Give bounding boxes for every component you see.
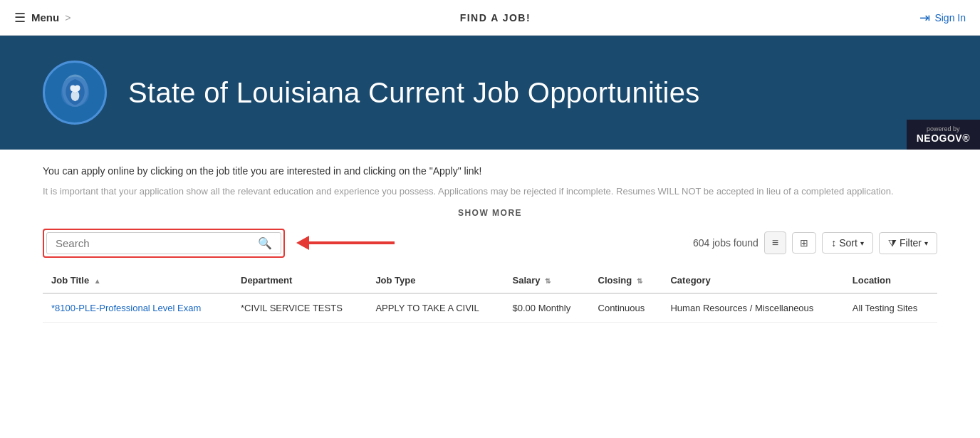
hero-title: State of Louisiana Current Job Opportuni… <box>128 77 700 109</box>
hero-banner: State of Louisiana Current Job Opportuni… <box>0 36 980 150</box>
salary-cell: $0.00 Monthly <box>504 293 590 323</box>
col-salary-label: Salary <box>513 275 541 286</box>
search-input[interactable] <box>56 237 258 249</box>
view-list-button[interactable]: ≡ <box>764 231 786 254</box>
col-salary: Salary ⇅ <box>504 268 590 293</box>
table-header-row: Job Title ▲ Department Job Type Salary ⇅… <box>43 268 937 293</box>
jobs-count: 604 jobs found <box>693 237 759 249</box>
sort-asc-icon: ▲ <box>94 277 101 285</box>
col-closing: Closing ⇅ <box>590 268 662 293</box>
menu-label: Menu <box>31 11 59 24</box>
search-submit-button[interactable]: 🔍 <box>258 236 272 250</box>
salary-sort-icon: ⇅ <box>545 277 551 285</box>
filter-label: Filter <box>900 237 922 249</box>
sort-button[interactable]: ↕ Sort ▾ <box>822 232 873 254</box>
table-row: *8100-PLE-Professional Level Exam *CIVIL… <box>43 293 937 323</box>
intro-primary: You can apply online by clicking on the … <box>43 164 937 179</box>
col-job-title: Job Title ▲ <box>43 268 232 293</box>
job-title-link[interactable]: *8100-PLE-Professional Level Exam <box>51 303 201 313</box>
list-view-icon: ≡ <box>772 236 778 249</box>
col-job-type: Job Type <box>367 268 504 293</box>
menu-button[interactable]: ☰ Menu > <box>14 10 71 26</box>
col-department: Department <box>232 268 367 293</box>
closing-sort-icon: ⇅ <box>637 277 642 285</box>
intro-secondary: It is important that your application sh… <box>43 184 937 199</box>
signin-icon: ⇥ <box>919 10 930 26</box>
col-job-title-label: Job Title <box>51 275 89 286</box>
signin-label: Sign In <box>934 12 966 24</box>
sort-label: Sort <box>839 237 858 249</box>
arrow-head-icon <box>296 236 309 250</box>
filter-icon: ⧩ <box>888 237 897 249</box>
filter-button[interactable]: ⧩ Filter ▾ <box>879 232 937 254</box>
search-icon: 🔍 <box>258 237 272 249</box>
job-type-cell: APPLY TO TAKE A CIVIL <box>367 293 504 323</box>
jobs-meta: 604 jobs found ≡ ⊞ ↕ Sort ▾ ⧩ Filter ▾ <box>693 231 937 254</box>
arrow-line <box>309 241 395 244</box>
signin-button[interactable]: ⇥ Sign In <box>919 10 966 26</box>
category-cell: Human Resources / Miscellaneous <box>662 293 843 323</box>
content-area: You can apply online by clicking on the … <box>0 150 980 330</box>
hero-logo <box>43 61 107 125</box>
neogov-brand: NEOGOV® <box>917 132 970 144</box>
grid-view-icon: ⊞ <box>800 237 808 249</box>
left-arrow <box>296 236 395 250</box>
breadcrumb-separator: > <box>65 12 71 24</box>
col-closing-label: Closing <box>598 275 632 286</box>
powered-by-label: powered by <box>917 125 970 132</box>
closing-cell: Continuous <box>590 293 662 323</box>
col-job-type-label: Job Type <box>375 275 415 286</box>
show-more-container: SHOW MORE <box>43 199 937 229</box>
col-location: Location <box>844 268 937 293</box>
hamburger-icon: ☰ <box>14 10 26 26</box>
jobs-table: Job Title ▲ Department Job Type Salary ⇅… <box>43 268 937 323</box>
arrow-indicator <box>296 236 682 250</box>
col-location-label: Location <box>853 275 891 286</box>
sort-chevron-icon: ▾ <box>860 239 864 247</box>
louisiana-seal-icon <box>52 70 98 116</box>
top-nav: ☰ Menu > FIND A JOB! ⇥ Sign In <box>0 0 980 36</box>
controls-row: 🔍 604 jobs found ≡ ⊞ ↕ Sort ▾ <box>43 229 937 258</box>
location-cell: All Testing Sites <box>844 293 937 323</box>
page-title: FIND A JOB! <box>460 12 531 24</box>
col-department-label: Department <box>241 275 292 286</box>
view-grid-button[interactable]: ⊞ <box>792 232 816 254</box>
col-category: Category <box>662 268 843 293</box>
search-box-highlight: 🔍 <box>43 229 285 258</box>
department-cell: *CIVIL SERVICE TESTS <box>232 293 367 323</box>
filter-chevron-icon: ▾ <box>924 239 928 247</box>
col-category-label: Category <box>670 275 710 286</box>
search-box: 🔍 <box>46 232 281 254</box>
show-more-button[interactable]: SHOW MORE <box>458 208 522 218</box>
sort-icon: ↕ <box>831 237 836 249</box>
neogov-badge: powered by NEOGOV® <box>907 120 980 150</box>
